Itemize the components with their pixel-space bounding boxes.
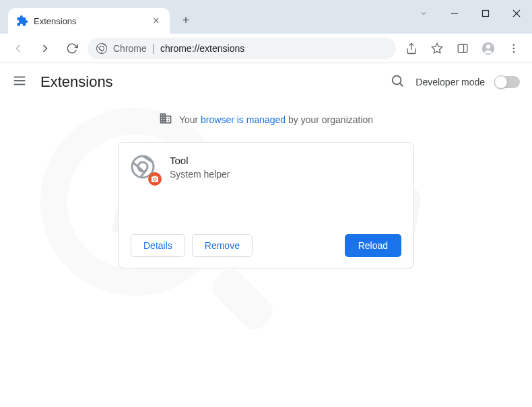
managed-link[interactable]: browser is managed	[201, 114, 286, 125]
omnibox-scheme-label: Chrome	[113, 43, 147, 54]
extension-description: System helper	[170, 169, 230, 180]
page-header: Extensions Developer mode	[0, 63, 532, 101]
star-icon[interactable]	[426, 37, 448, 60]
svg-point-16	[513, 47, 515, 49]
forward-button[interactable]	[34, 37, 57, 60]
chevron-down-icon[interactable]	[408, 3, 439, 24]
extension-name: Tool	[170, 155, 230, 166]
managed-prefix: Your	[179, 114, 201, 125]
extension-actions: Details Remove Reload	[131, 234, 401, 257]
page-title: Extensions	[40, 73, 113, 91]
puzzle-icon	[16, 15, 28, 27]
extension-icon-wrap	[131, 155, 158, 182]
extension-card-body: Tool System helper	[131, 155, 401, 229]
svg-point-15	[513, 44, 515, 46]
reload-button[interactable]	[61, 37, 84, 60]
toggle-knob	[494, 75, 508, 89]
header-right: Developer mode	[390, 73, 520, 91]
window-controls	[408, 0, 532, 34]
svg-line-22	[400, 83, 403, 87]
svg-point-21	[393, 76, 401, 85]
omnibox-separator: |	[152, 42, 155, 54]
svg-rect-20	[14, 84, 26, 85]
close-icon[interactable]: ×	[151, 15, 162, 26]
extension-card: Tool System helper Details Remove Reload	[118, 142, 414, 268]
back-button[interactable]	[7, 37, 30, 60]
search-icon[interactable]	[390, 73, 405, 91]
share-icon[interactable]	[400, 37, 423, 60]
profile-icon[interactable]	[477, 37, 500, 60]
remove-button[interactable]: Remove	[192, 234, 253, 257]
managed-text: Your browser is managed by your organiza…	[179, 114, 373, 125]
close-window-button[interactable]	[501, 3, 532, 24]
svg-point-25	[154, 178, 156, 180]
svg-rect-1	[483, 11, 489, 17]
maximize-button[interactable]	[470, 3, 501, 24]
omnibox-url: chrome://extensions	[160, 43, 388, 54]
building-icon	[159, 112, 172, 127]
address-bar-actions	[400, 37, 525, 60]
svg-point-17	[513, 50, 515, 52]
developer-mode-label: Developer mode	[415, 77, 485, 87]
menu-icon[interactable]	[502, 37, 525, 60]
svg-rect-19	[14, 80, 26, 81]
managed-banner: Your browser is managed by your organiza…	[0, 101, 532, 142]
browser-tab[interactable]: Extensions ×	[8, 8, 170, 34]
window-titlebar: Extensions × +	[0, 0, 532, 34]
new-tab-button[interactable]: +	[175, 9, 197, 31]
svg-rect-11	[458, 44, 467, 52]
address-bar: Chrome | chrome://extensions	[0, 34, 532, 63]
extension-info: Tool System helper	[170, 155, 230, 229]
developer-mode-toggle[interactable]	[496, 76, 520, 88]
hamburger-icon[interactable]	[12, 73, 28, 91]
reload-extension-button[interactable]: Reload	[345, 234, 401, 257]
svg-marker-10	[432, 43, 442, 52]
minimize-button[interactable]	[439, 3, 470, 24]
svg-rect-18	[14, 77, 26, 78]
chrome-icon	[96, 42, 108, 54]
details-button[interactable]: Details	[131, 234, 185, 257]
svg-point-14	[486, 44, 490, 48]
tab-title: Extensions	[34, 16, 151, 26]
managed-suffix: by your organization	[286, 114, 373, 125]
omnibox[interactable]: Chrome | chrome://extensions	[88, 38, 396, 59]
camera-badge-icon	[148, 172, 162, 186]
tabs-area: Extensions × +	[0, 8, 197, 34]
side-panel-icon[interactable]	[451, 37, 474, 60]
extensions-list: Tool System helper Details Remove Reload	[0, 142, 532, 268]
